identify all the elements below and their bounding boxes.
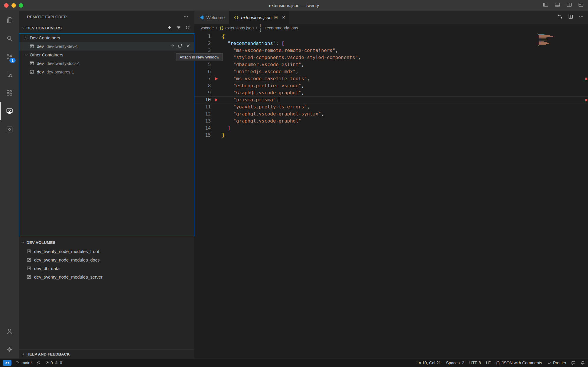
code-line-7[interactable]: 7 "ms-vscode.makefile-tools", bbox=[194, 75, 588, 82]
code-line-1[interactable]: 1{ bbox=[194, 33, 588, 40]
activity-item-run-debug[interactable] bbox=[0, 66, 19, 84]
gutter[interactable] bbox=[211, 68, 222, 75]
extensions-icon bbox=[6, 89, 13, 97]
code-line-6[interactable]: 6 "unifiedjs.vscode-mdx", bbox=[194, 68, 588, 75]
remote-indicator[interactable]: >< bbox=[3, 360, 11, 366]
tree-item-dev-twenty-docs-1[interactable]: devdev-twenty-docs-1 bbox=[19, 59, 194, 68]
breadcrumb-label: extensions.json bbox=[225, 26, 254, 30]
code-line-9[interactable]: 9 "GraphQL.vscode-graphql", bbox=[194, 89, 588, 96]
gutter[interactable] bbox=[211, 96, 222, 103]
line-number: 7 bbox=[194, 75, 211, 82]
tree-group[interactable]: Dev Containers bbox=[19, 33, 194, 42]
gutter[interactable] bbox=[211, 110, 222, 118]
gutter[interactable] bbox=[211, 125, 222, 132]
traffic-light-minimize[interactable] bbox=[11, 3, 16, 8]
debug-icon bbox=[6, 71, 13, 78]
tab-welcome[interactable]: Welcome bbox=[194, 11, 229, 24]
code-line-13[interactable]: 13 "graphql.vscode-graphql" bbox=[194, 118, 588, 125]
volume-icon bbox=[26, 249, 31, 254]
titlebar-customize-layout[interactable] bbox=[578, 2, 584, 9]
code-line-12[interactable]: 12 "graphql.vscode-graphql-syntax", bbox=[194, 110, 588, 118]
gutter[interactable] bbox=[211, 103, 222, 110]
status-cursor-position[interactable]: Ln 10, Col 21 bbox=[417, 361, 441, 365]
titlebar-actions bbox=[543, 2, 584, 9]
toggle-panel-icon bbox=[554, 2, 560, 8]
volume-item-dev_db_data[interactable]: dev_db_data bbox=[19, 264, 194, 273]
code-line-15[interactable]: 15} bbox=[194, 132, 588, 139]
activity-item-remote-explorer[interactable] bbox=[0, 102, 19, 120]
activity-item-settings[interactable] bbox=[0, 340, 19, 358]
code-line-3[interactable]: 3 "ms-vscode-remote.remote-containers", bbox=[194, 47, 588, 54]
volume-item-dev_twenty_node_modules_docs[interactable]: dev_twenty_node_modules_docs bbox=[19, 256, 194, 264]
action-stop[interactable] bbox=[186, 43, 191, 49]
minimap[interactable] bbox=[537, 33, 582, 46]
section-dev-volumes[interactable]: DEV VOLUMES bbox=[19, 238, 194, 247]
activity-item-search[interactable] bbox=[0, 29, 19, 47]
status-formatter[interactable]: Prettier bbox=[547, 361, 566, 365]
code-line-14[interactable]: 14 ] bbox=[194, 125, 588, 132]
volume-item-dev_twenty_node_modules_front[interactable]: dev_twenty_node_modules_front bbox=[19, 247, 194, 256]
status-feedback[interactable] bbox=[571, 361, 576, 365]
titlebar: extensions.json — twenty bbox=[0, 0, 588, 11]
activity-item-extensions[interactable] bbox=[0, 84, 19, 102]
tree-item-dev-postgres-1[interactable]: devdev-postgres-1 bbox=[19, 68, 194, 76]
account-icon bbox=[6, 328, 13, 335]
code-line-5[interactable]: 5 "dbaeumer.vscode-eslint", bbox=[194, 61, 588, 68]
tree-item-dev-twenty-dev-1[interactable]: devdev-twenty-dev-1 bbox=[19, 42, 194, 51]
feedback-icon bbox=[571, 361, 576, 365]
status-language-mode[interactable]: {}JSON with Comments bbox=[496, 361, 542, 365]
editor-action-split-editor[interactable] bbox=[568, 14, 573, 21]
gutter[interactable] bbox=[211, 75, 222, 82]
sidebar-more-actions-icon[interactable] bbox=[183, 14, 188, 19]
code-line-2[interactable]: 2 "recommendations": [ bbox=[194, 40, 588, 47]
status-problems[interactable]: 00 bbox=[45, 361, 62, 365]
status-eol[interactable]: LF bbox=[486, 361, 491, 365]
status-encoding[interactable]: UTF-8 bbox=[469, 361, 481, 365]
status-git-branch[interactable]: main* bbox=[16, 361, 32, 365]
code-line-8[interactable]: 8 "esbenp.prettier-vscode", bbox=[194, 82, 588, 89]
code-line-10[interactable]: 10 "prisma.prisma", bbox=[194, 96, 588, 103]
gutter[interactable] bbox=[211, 82, 222, 89]
editor-action-open-changes[interactable] bbox=[557, 14, 563, 21]
gutter[interactable] bbox=[211, 33, 222, 40]
action-filter[interactable] bbox=[176, 25, 181, 31]
section-dev-containers[interactable]: DEV CONTAINERS bbox=[19, 23, 194, 33]
breadcrumb-item--vscode[interactable]: .vscode bbox=[200, 26, 214, 30]
activity-item-dev-containers[interactable] bbox=[0, 120, 19, 138]
code-editor[interactable]: 1{2 "recommendations": [3 "ms-vscode-rem… bbox=[194, 32, 588, 358]
gutter[interactable] bbox=[211, 40, 222, 47]
editor-action-more-actions[interactable] bbox=[579, 14, 584, 21]
status-indentation[interactable]: Spaces: 2 bbox=[446, 361, 464, 365]
activity-item-source-control[interactable]: 1 bbox=[0, 47, 19, 66]
titlebar-toggle-secondary-sidebar[interactable] bbox=[566, 2, 572, 9]
breadcrumb-item-extensions-json[interactable]: {}extensions.json bbox=[220, 26, 254, 30]
code-text: "ms-vscode.makefile-tools", bbox=[222, 75, 310, 82]
code-line-11[interactable]: 11 "yoavbls.pretty-ts-errors", bbox=[194, 103, 588, 110]
traffic-light-close[interactable] bbox=[4, 3, 9, 8]
breadcrumb-item-recommendations[interactable]: [ ]recommendations bbox=[259, 26, 298, 30]
gutter[interactable] bbox=[211, 61, 222, 68]
traffic-light-zoom[interactable] bbox=[19, 3, 23, 8]
action-attach-new-window[interactable] bbox=[178, 43, 183, 49]
tree-group[interactable]: Other Containers bbox=[19, 51, 194, 59]
gutter[interactable] bbox=[211, 132, 222, 139]
tab-extensions-json[interactable]: {}extensions.jsonM× bbox=[229, 11, 290, 24]
titlebar-toggle-panel[interactable] bbox=[554, 2, 560, 9]
action-attach[interactable] bbox=[170, 43, 175, 49]
volume-icon bbox=[26, 266, 31, 271]
gutter[interactable] bbox=[211, 89, 222, 96]
close-tab-icon[interactable]: × bbox=[282, 15, 285, 20]
activity-item-explorer[interactable] bbox=[0, 11, 19, 29]
section-help-and-feedback[interactable]: HELP AND FEEDBACK bbox=[19, 349, 194, 358]
gutter[interactable] bbox=[211, 118, 222, 125]
activity-item-accounts[interactable] bbox=[0, 322, 19, 340]
action-refresh[interactable] bbox=[185, 25, 190, 31]
code-line-4[interactable]: 4 "styled-components.vscode-styled-compo… bbox=[194, 54, 588, 61]
chevron-right-icon bbox=[21, 352, 25, 356]
volume-item-dev_twenty_node_modules_server[interactable]: dev_twenty_node_modules_server bbox=[19, 273, 194, 281]
status-notifications[interactable] bbox=[581, 361, 585, 365]
status-sync[interactable] bbox=[36, 361, 41, 365]
action-new-dev-container[interactable] bbox=[167, 25, 172, 31]
titlebar-toggle-primary-sidebar[interactable] bbox=[543, 2, 549, 9]
toggle-sidebar-icon bbox=[543, 2, 549, 8]
